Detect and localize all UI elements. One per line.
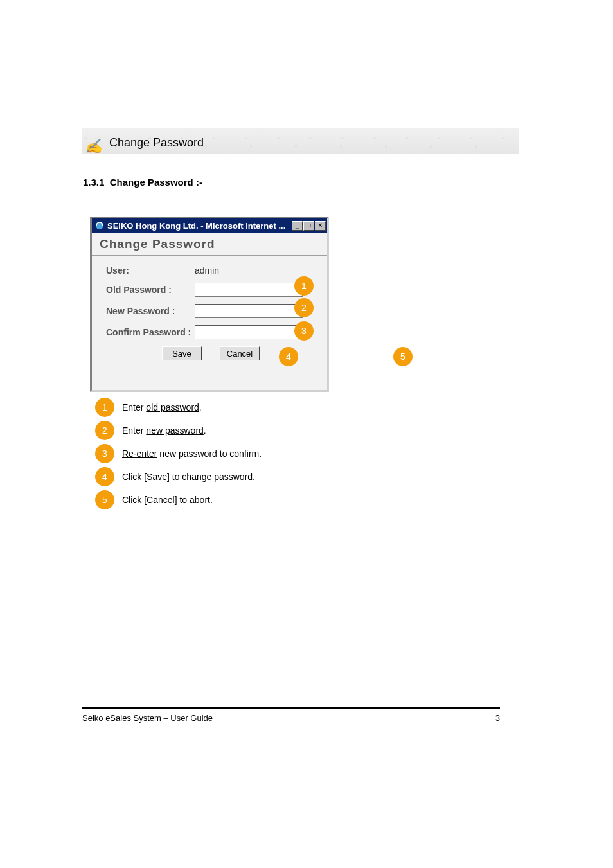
svg-point-0 (96, 222, 103, 229)
footer: Seiko eSales System – User Guide 3 (82, 713, 500, 723)
footer-left: Seiko eSales System – User Guide (82, 713, 213, 723)
marker-3: 3 (294, 321, 314, 341)
old-password-input[interactable] (195, 283, 303, 297)
new-password-label: New Password : (106, 306, 195, 316)
marker-4: 4 (279, 347, 298, 366)
window-titlebar: SEIKO Hong Kong Ltd. - Microsoft Interne… (92, 218, 327, 233)
window-title: SEIKO Hong Kong Ltd. - Microsoft Interne… (107, 221, 291, 231)
legend-marker-3: 3 (95, 444, 114, 463)
legend-marker-1: 1 (95, 398, 114, 417)
marker-2: 2 (294, 298, 314, 317)
old-password-label: Old Password : (106, 285, 195, 295)
legend-item: 2 Enter new password. (95, 419, 262, 442)
dialog-window: SEIKO Hong Kong Ltd. - Microsoft Interne… (90, 217, 329, 392)
user-label: User: (106, 265, 195, 276)
footer-rule (82, 707, 500, 709)
new-password-input[interactable] (195, 304, 303, 318)
user-value: admin (195, 265, 219, 276)
legend-marker-5: 5 (95, 490, 114, 509)
legend-item: 5 Click [Cancel] to abort. (95, 488, 262, 511)
confirm-password-label: Confirm Password : (106, 327, 195, 337)
footer-page: 3 (495, 713, 500, 723)
legend-marker-4: 4 (95, 467, 114, 486)
ornament-icon: ✍ (85, 138, 102, 155)
legend-marker-2: 2 (95, 421, 114, 440)
ie-icon (94, 220, 105, 231)
dialog-title: Change Password (92, 233, 327, 256)
legend-item: 4 Click [Save] to change password. (95, 465, 262, 488)
legend-list: 1 Enter old password. 2 Enter new passwo… (95, 396, 262, 511)
legend-item: 3 Re-enter new password to confirm. (95, 442, 262, 465)
marker-5: 5 (393, 347, 413, 366)
section-number: 1.3.1 Change Password :- (83, 177, 202, 188)
minimize-button[interactable]: _ (292, 221, 303, 231)
cancel-button[interactable]: Cancel (220, 346, 260, 360)
maximize-button[interactable]: □ (303, 221, 314, 231)
close-button[interactable]: × (315, 221, 326, 231)
save-button[interactable]: Save (162, 346, 202, 360)
legend-item: 1 Enter old password. (95, 396, 262, 419)
heading-text: Change Password (109, 136, 204, 150)
marker-1: 1 (294, 276, 314, 296)
confirm-password-input[interactable] (195, 325, 303, 339)
